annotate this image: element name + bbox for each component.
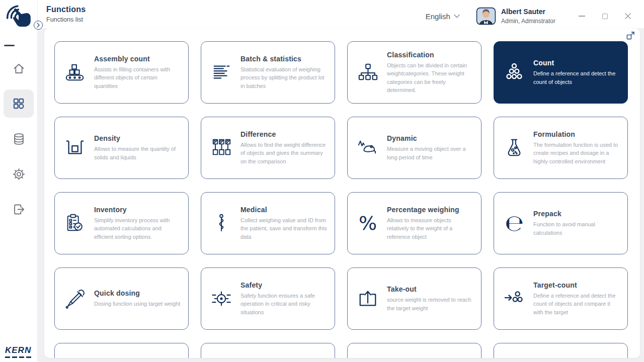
function-card-grid: Assembly count Assists in filling contai… <box>44 28 640 358</box>
card-title: Target-count <box>533 281 620 289</box>
card-description: Allows to measure the quantity of solids… <box>94 145 181 161</box>
difference-icon <box>209 137 233 158</box>
quick-dosing-pipette-icon <box>63 288 87 309</box>
function-card-prepack[interactable]: ℮ Prepack Function to avoid manual calcu… <box>494 192 628 254</box>
function-card-target-count[interactable]: Target-count Define a reference and dete… <box>494 267 628 330</box>
function-card-partial[interactable] <box>201 343 335 358</box>
function-card-safety[interactable]: Safety Safety function ensures a safe op… <box>201 267 335 330</box>
card-title: Quick dosing <box>94 289 180 297</box>
close-icon <box>624 13 631 20</box>
percent-icon: % <box>356 214 380 233</box>
take-out-icon <box>356 288 380 309</box>
user-avatar[interactable] <box>476 7 496 25</box>
dynamic-mouse-icon <box>356 137 380 158</box>
card-title: Take-out <box>387 285 474 293</box>
topbar-right: English <box>426 5 632 25</box>
card-description: Allows to find the weight difference of … <box>240 141 328 166</box>
function-card-difference[interactable]: Difference Allows to find the weight dif… <box>201 117 335 179</box>
user-role: Admin, Adminstrator <box>501 18 555 25</box>
chevron-down-icon <box>454 14 460 18</box>
formulation-flask-icon <box>502 137 526 158</box>
logout-icon <box>12 203 26 216</box>
touch-app-logo-icon <box>4 3 33 32</box>
card-description: Simplify inventory process with automate… <box>94 216 181 241</box>
card-title: Batch & statistics <box>240 55 328 63</box>
card-description: Function to avoid manual calculations <box>533 220 620 237</box>
sidebar-item-settings[interactable] <box>4 160 34 188</box>
batch-statistics-icon <box>209 62 233 83</box>
card-description: Collect weighing value and ID from the p… <box>240 216 328 241</box>
database-icon <box>12 132 26 146</box>
function-card-partial[interactable] <box>494 343 628 358</box>
function-card-batch-statistics[interactable]: Batch & statistics Statistical evaluatio… <box>201 41 335 104</box>
sidebar-item-home[interactable] <box>4 54 34 82</box>
count-icon <box>502 62 526 83</box>
window-controls <box>578 12 632 20</box>
sidebar-item-logout[interactable] <box>4 195 34 223</box>
function-card-count[interactable]: Count Define a reference and detect the … <box>494 41 628 104</box>
function-card-classification[interactable]: Classification Objects can be divided in… <box>347 41 481 104</box>
card-description: Dosing function using target weight <box>94 300 180 308</box>
gear-icon <box>12 167 26 181</box>
card-description: Allows to measure objects relatively to … <box>387 216 474 241</box>
card-title: Percentage weighing <box>387 206 474 214</box>
safety-crosshair-icon <box>209 288 233 309</box>
card-description: Safety function ensures a safe operation… <box>240 292 328 317</box>
card-description: source weight is removed to reach the ta… <box>387 296 474 312</box>
card-description: The formulation function is used to crea… <box>533 141 620 166</box>
card-title: Density <box>94 134 181 142</box>
sidebar-nav <box>4 54 34 223</box>
chevron-right-icon <box>37 23 40 28</box>
functions-panel: Assembly count Assists in filling contai… <box>44 28 640 358</box>
language-selector[interactable]: English <box>426 12 460 21</box>
apps-grid-icon <box>12 97 26 111</box>
sidebar-item-functions[interactable] <box>4 89 34 118</box>
estimated-sign-icon: ℮ <box>502 212 526 234</box>
user-name: Albert Sauter <box>501 8 555 16</box>
function-card-dynamic[interactable]: Dynamic Measure a moving object over a l… <box>347 117 481 179</box>
function-card-percentage-weighing[interactable]: % Percentage weighing Allows to measure … <box>347 192 481 254</box>
user-info[interactable]: Albert Sauter Admin, Adminstrator <box>501 8 555 25</box>
resize-expand-icon <box>626 31 635 40</box>
card-title: Inventory <box>94 206 181 214</box>
card-description: Define a reference and detect the count … <box>533 69 620 86</box>
close-button[interactable] <box>624 12 632 20</box>
function-card-partial[interactable] <box>54 343 189 358</box>
function-card-partial[interactable] <box>347 343 481 358</box>
card-description: Statistical evaluation of weighing proce… <box>240 65 328 90</box>
sidebar-item-database[interactable] <box>4 125 34 153</box>
card-description: Define a reference and detect the count … <box>533 292 620 317</box>
page-heading: Functions Functions list <box>46 5 86 23</box>
function-card-formulation[interactable]: Formulation The formulation function is … <box>494 117 628 179</box>
function-card-quick-dosing[interactable]: Quick dosing Dosing function using targe… <box>54 267 189 330</box>
function-card-medical[interactable]: Medical Collect weighing value and ID fr… <box>201 192 335 254</box>
home-icon <box>12 62 26 75</box>
minimize-button[interactable] <box>578 12 586 20</box>
function-card-density[interactable]: Density Allows to measure the quantity o… <box>54 117 189 179</box>
card-description: Measure a moving object over a long peri… <box>387 145 474 161</box>
card-title: Dynamic <box>387 134 474 142</box>
card-title: Formulation <box>533 130 620 138</box>
medical-staff-icon <box>209 213 233 234</box>
sidebar: KERN <box>0 0 38 362</box>
card-title: Medical <box>240 206 328 214</box>
card-title: Prepack <box>533 210 620 218</box>
expand-view-button[interactable] <box>625 30 636 41</box>
card-title: Classification <box>387 51 474 59</box>
sidebar-expand-button[interactable] <box>34 21 43 30</box>
function-card-inventory[interactable]: Inventory Simplify inventory process wit… <box>54 192 189 254</box>
maximize-icon <box>602 14 608 19</box>
card-title: Difference <box>240 130 328 138</box>
kern-brand-logo: KERN <box>5 345 31 358</box>
function-card-take-out[interactable]: Take-out source weight is removed to rea… <box>347 267 481 330</box>
minimize-icon <box>579 16 585 17</box>
language-label: English <box>426 12 450 21</box>
density-icon <box>63 137 87 158</box>
card-title: Safety <box>240 281 328 289</box>
page-subtitle: Functions list <box>46 16 86 23</box>
card-title: Assembly count <box>94 55 181 63</box>
target-count-icon <box>502 288 526 309</box>
maximize-button[interactable] <box>601 12 609 20</box>
card-description: Assists in filling containers with diffe… <box>94 65 181 90</box>
function-card-assembly-count[interactable]: Assembly count Assists in filling contai… <box>54 41 189 104</box>
